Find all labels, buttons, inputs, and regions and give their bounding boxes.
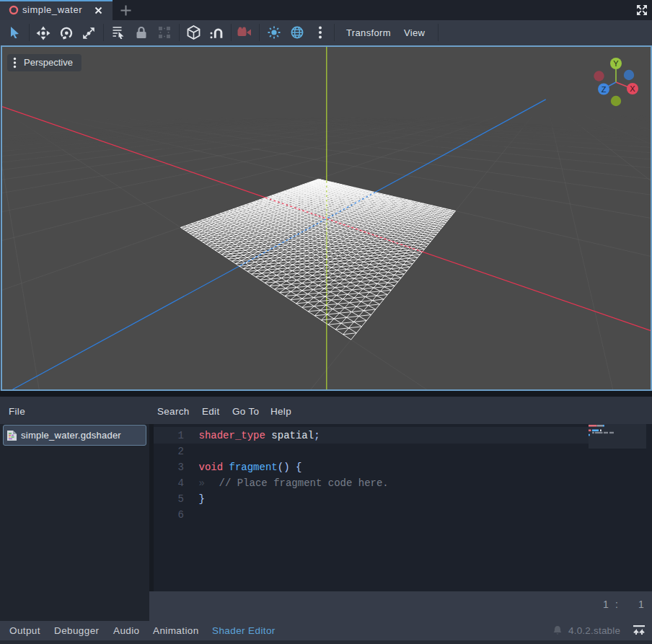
svg-text:Y: Y — [613, 59, 619, 68]
svg-text:X: X — [630, 84, 635, 93]
svg-text:Z: Z — [602, 85, 607, 94]
